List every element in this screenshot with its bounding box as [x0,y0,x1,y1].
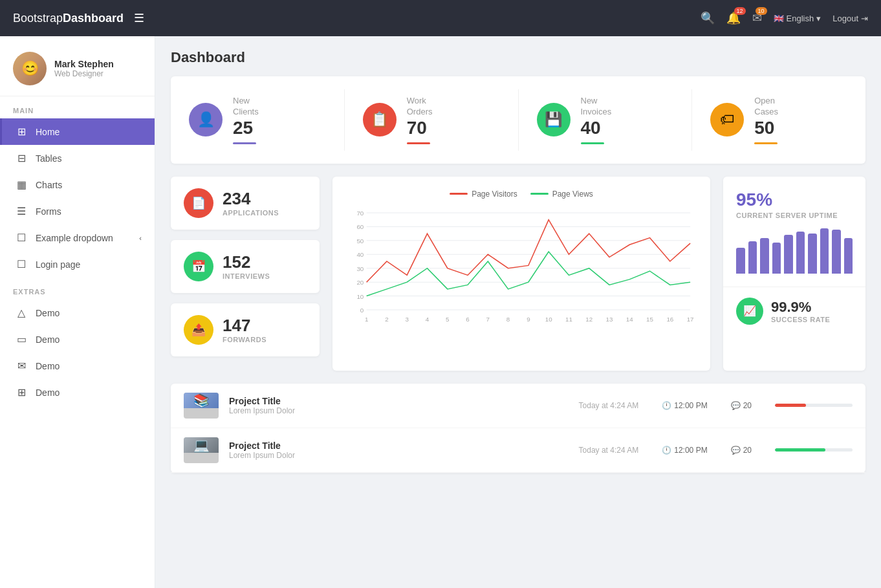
menu-toggle-icon[interactable]: ☰ [134,11,144,25]
demo4-icon: ⊞ [15,386,28,398]
svg-text:2: 2 [385,316,388,323]
comment-icon-2: 💬 [731,446,741,455]
line-chart-svg: 0102030405060701234567891011121314151617 [345,206,697,336]
svg-text:11: 11 [565,316,572,323]
project-comments-1: 💬 20 [731,401,752,410]
login-icon: ☐ [15,258,28,270]
sidebar-item-demo3[interactable]: ✉ Demo [0,353,155,379]
svg-text:16: 16 [666,316,673,323]
bar-item [820,228,829,274]
clock-icon-2: 🕛 [662,446,671,455]
sidebar-item-tables-label: Tables [36,153,61,164]
stat-label-new-clients: NewClients [233,96,259,118]
projects-section: 📚 Project Title Lorem Ipsum Dolor Today … [171,384,865,473]
forwards-label: FORWARDS [223,336,266,343]
messages-icon[interactable]: ✉ 10 [752,11,762,25]
language-selector[interactable]: 🇬🇧 English ▾ [774,14,821,23]
comment-icon-1: 💬 [731,401,741,410]
bar-item [736,248,745,274]
svg-text:10: 10 [545,316,552,323]
project-title-2: Project Title [229,441,569,451]
sidebar-item-demo3-label: Demo [36,361,60,371]
svg-text:9: 9 [527,316,530,323]
legend-visitors-label: Page Visitors [472,190,517,199]
comment-count-1: 20 [743,401,752,410]
sidebar-item-login-label: Login page [36,259,80,270]
stat-value-new-invoices: 40 [581,118,612,138]
notifications-icon[interactable]: 🔔 12 [726,11,741,25]
user-name: Mark Stephen [54,59,114,69]
project-clock-1: 🕛 12:00 PM [662,401,707,410]
svg-text:5: 5 [446,316,449,323]
stat-info-new-clients: NewClients 25 [233,96,259,144]
sidebar-item-demo1[interactable]: △ Demo [0,299,155,326]
language-label: English [787,14,814,23]
tables-icon: ⊟ [15,152,28,164]
sidebar-item-forms-label: Forms [36,206,61,217]
svg-text:15: 15 [646,316,653,323]
line-chart-card: Page Visitors Page Views 010203040506070… [332,177,710,371]
project-time-1: Today at 4:24 AM [579,401,639,410]
search-icon[interactable]: 🔍 [701,11,715,25]
sidebar-item-demo4[interactable]: ⊞ Demo [0,379,155,406]
project-clock-2: 🕛 12:00 PM [662,446,707,455]
stat-info-open-cases: OpenCases 50 [754,96,778,144]
stat-icon-new-invoices: 💾 [537,103,571,136]
progress-wrap-2 [775,448,853,452]
stat-label-open-cases: OpenCases [754,96,778,118]
sidebar-item-demo4-label: Demo [36,387,60,398]
bar-item [832,230,841,274]
brand: BootstrapDashboard [13,12,124,25]
project-thumb-2: 💻 [184,437,219,463]
applications-label: APPLICATIONS [223,209,279,217]
success-info: 99.9% SUCCESS RATE [771,299,830,323]
stat-icon-work-orders: 📋 [363,103,397,136]
demo3-icon: ✉ [15,360,28,372]
extras-nav-label: EXTRAS [0,278,155,299]
applications-icon: 📄 [184,188,213,218]
project-comments-2: 💬 20 [731,446,752,455]
stat-info-work-orders: WorkOrders 70 [407,96,433,144]
sidebar-item-home[interactable]: ⊞ Home [0,118,155,145]
progress-fill-2 [775,448,825,452]
bar-item [772,243,781,274]
logout-label: Logout [832,14,858,23]
svg-text:30: 30 [356,265,364,272]
svg-text:6: 6 [466,316,469,323]
progress-wrap-1 [775,404,853,407]
dropdown-icon: ☐ [15,232,28,244]
page-title: Dashboard [171,49,865,66]
clock-time-2: 12:00 PM [674,446,707,455]
success-label: SUCCESS RATE [771,316,830,323]
forwards-info: 147 FORWARDS [223,316,266,343]
bar-item [844,238,853,274]
svg-text:12: 12 [585,316,593,323]
mini-card-applications: 📄 234 APPLICATIONS [171,177,320,230]
sidebar-item-demo2-label: Demo [36,334,60,345]
sidebar-item-login-page[interactable]: ☐ Login page [0,251,155,278]
svg-text:7: 7 [486,316,490,323]
stat-icon-open-cases: 🏷 [710,103,744,136]
success-percent: 99.9% [771,299,830,316]
avatar-image: 😊 [13,52,47,85]
stat-icon-new-clients: 👤 [189,103,223,136]
stat-card-open-cases: 🏷 OpenCases 50 [692,89,865,151]
logout-button[interactable]: Logout ⇥ [832,14,868,23]
demo2-icon: ▭ [15,333,28,345]
svg-text:20: 20 [356,279,364,286]
topbar-left: BootstrapDashboard ☰ [13,11,144,25]
bar-item [808,234,817,274]
main-nav-label: MAIN [0,96,155,118]
sidebar-item-demo2[interactable]: ▭ Demo [0,326,155,353]
project-info-2: Project Title Lorem Ipsum Dolor [229,441,569,460]
sidebar-item-example-dropdown[interactable]: ☐ Example dropdown ‹ [0,224,155,251]
project-subtitle-2: Lorem Ipsum Dolor [229,451,569,460]
bar-item [796,232,805,274]
sidebar-item-charts[interactable]: ▦ Charts [0,171,155,198]
sidebar-item-tables[interactable]: ⊟ Tables [0,145,155,171]
topbar: BootstrapDashboard ☰ 🔍 🔔 12 ✉ 10 🇬🇧 Engl… [0,0,881,36]
sidebar-item-charts-label: Charts [36,180,62,190]
legend-line-visitors [450,193,468,195]
sidebar-item-forms[interactable]: ☰ Forms [0,198,155,224]
bar-item [784,235,793,274]
